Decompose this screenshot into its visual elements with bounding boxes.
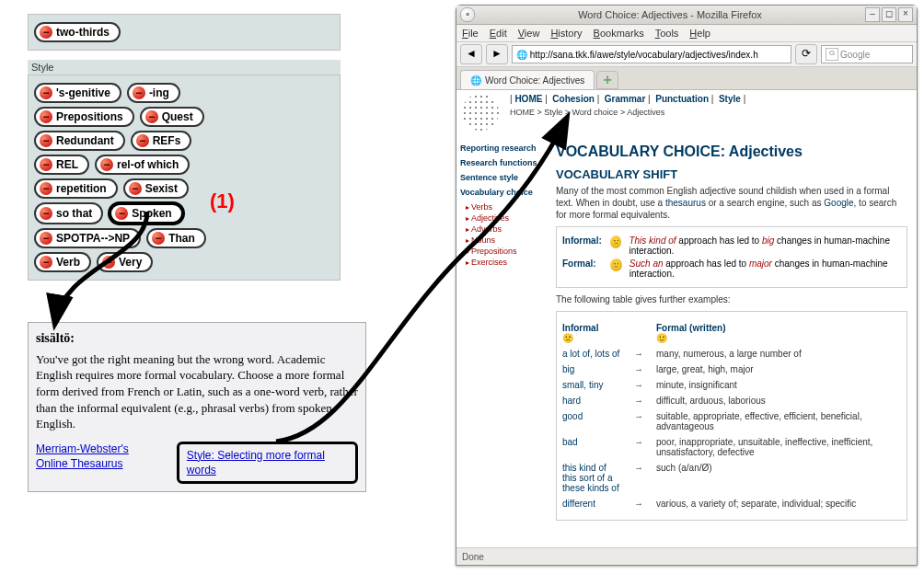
page-content: | HOME | Cohesion | Grammar | Punctuatio… — [456, 90, 917, 547]
informal-label: Informal: — [562, 235, 603, 246]
url-bar[interactable]: 🌐 http://sana.tkk.fi/awe/style/vocabular… — [512, 45, 791, 63]
menu-help[interactable]: Help — [689, 28, 710, 39]
globe-icon: 🌐 — [516, 50, 527, 60]
bc-style[interactable]: Style — [719, 94, 741, 104]
search-bar[interactable]: GGoogle — [821, 45, 913, 63]
menu-history[interactable]: History — [550, 28, 582, 39]
formal-label: Formal: — [562, 258, 603, 269]
frown-icon: 🙁 — [610, 235, 621, 248]
back-button[interactable]: ◄ — [460, 44, 482, 64]
pill-rel[interactable]: −REL — [34, 155, 89, 175]
bc-home[interactable]: HOME — [514, 94, 542, 104]
pill-label: Very — [119, 256, 142, 269]
pill-redundant[interactable]: −Redundant — [34, 131, 125, 151]
url-text: http://sana.tkk.fi/awe/style/vocabulary/… — [530, 50, 758, 60]
menu-tools[interactable]: Tools — [655, 28, 679, 39]
arrow-icon: → — [634, 437, 649, 447]
sisalto-box: sisältö: You've got the right meaning bu… — [28, 322, 366, 492]
google-inline-link[interactable]: Google — [824, 198, 853, 208]
tab-active[interactable]: 🌐 Word Choice: Adjectives — [460, 70, 595, 89]
tag-panel: −two-thirds Style −'s-genitive−-ing−Prep… — [28, 14, 341, 281]
bc-punctuation[interactable]: Punctuation — [655, 94, 709, 104]
pill-sexist[interactable]: −Sexist — [123, 178, 189, 199]
sidebar-sec-sentence-style[interactable]: Sentence style — [460, 173, 543, 182]
menu-bookmarks[interactable]: Bookmarks — [594, 28, 644, 39]
tbl-hdr-informal: Informal🙁 — [562, 323, 627, 343]
arrow-icon: → — [634, 411, 649, 421]
sidebar-sec-vocabulary-choice[interactable]: Vocabulary choice — [460, 188, 543, 197]
main-content: VOCABULARY CHOICE: Adjectives VOCABULARY… — [547, 134, 917, 547]
tbl-informal: bad — [562, 437, 627, 447]
toolbar: ◄ ► 🌐 http://sana.tkk.fi/awe/style/vocab… — [456, 42, 917, 67]
sidebar-sec-reporting-research[interactable]: Reporting research — [460, 144, 543, 153]
close-button[interactable]: × — [898, 7, 913, 22]
app-menu-button[interactable]: ∘ — [460, 7, 475, 22]
pill-quest[interactable]: −Quest — [140, 107, 204, 127]
menu-file[interactable]: File — [462, 28, 479, 39]
pill-very[interactable]: −Very — [97, 252, 153, 272]
tbl-hdr-formal: Formal (written)🙂 — [656, 323, 901, 343]
minus-icon: − — [40, 182, 52, 195]
pill-label: Than — [168, 232, 195, 245]
minus-icon: − — [115, 207, 128, 220]
thesaurus-link[interactable]: Merriam-Webster's Online Thesaurus — [36, 442, 149, 484]
thesaurus-inline-link[interactable]: thesaurus — [665, 198, 706, 208]
pill--ing[interactable]: −-ing — [127, 83, 180, 103]
minus-icon: − — [102, 256, 115, 269]
style-header: Style — [28, 60, 341, 75]
page-icon: 🌐 — [470, 75, 481, 86]
sub-breadcrumb: HOME > Style > Word choice > Adjectives — [504, 108, 917, 122]
style-pill-group: −'s-genitive−-ing−Prepositions−Quest−Red… — [28, 75, 341, 281]
browser-window: ∘ Word Choice: Adjectives - Mozilla Fire… — [456, 5, 918, 566]
pill-label: REL — [56, 158, 78, 171]
maximize-button[interactable]: ◻ — [882, 7, 896, 22]
sidebar-item-prepositions[interactable]: Prepositions — [466, 247, 543, 256]
tbl-informal: different — [562, 499, 627, 509]
search-placeholder: Google — [840, 50, 870, 60]
sidebar-sec-research-functions[interactable]: Research functions — [460, 158, 543, 167]
minimize-button[interactable]: – — [865, 7, 880, 22]
minus-icon: − — [152, 232, 165, 245]
pill--s-genitive[interactable]: −'s-genitive — [34, 83, 121, 103]
pill-refs[interactable]: −REFs — [131, 131, 192, 151]
sidebar-item-verbs[interactable]: Verbs — [466, 202, 543, 212]
pill-two-thirds[interactable]: −two-thirds — [34, 22, 121, 42]
sidebar-item-exercises[interactable]: Exercises — [466, 258, 543, 267]
sidebar-item-adjectives[interactable]: Adjectives — [466, 213, 543, 223]
pill-spotpa-np[interactable]: −SPOTPA-->NP — [34, 228, 141, 248]
new-tab-button[interactable]: + — [596, 71, 618, 89]
pill-label: rel-of which — [117, 158, 179, 171]
sidebar-item-nouns[interactable]: Nouns — [466, 235, 543, 245]
menu-view[interactable]: View — [518, 28, 540, 39]
tbl-informal: good — [562, 411, 627, 421]
style-link[interactable]: Style: Selecting more formal words — [187, 449, 325, 476]
pill-label: -ing — [149, 86, 169, 99]
minus-icon: − — [40, 110, 52, 123]
pill-prepositions[interactable]: −Prepositions — [34, 107, 134, 127]
reload-button[interactable]: ⟳ — [795, 44, 817, 64]
site-logo — [462, 94, 499, 131]
bc-cohesion[interactable]: Cohesion — [552, 94, 595, 104]
forward-button[interactable]: ► — [486, 44, 508, 64]
pill-verb[interactable]: −Verb — [34, 252, 91, 272]
pill-label: Sexist — [145, 182, 178, 195]
pill-so-that[interactable]: −so that — [34, 202, 103, 224]
pill-rel-of-which[interactable]: −rel-of which — [95, 155, 190, 175]
minus-icon: − — [129, 182, 142, 195]
page-h2: VOCABULARY SHIFT — [556, 167, 907, 181]
pill-repetition[interactable]: −repetition — [34, 178, 118, 199]
pill-spoken[interactable]: −Spoken — [109, 202, 183, 224]
minus-icon: − — [40, 134, 52, 147]
pill-than[interactable]: −Than — [146, 228, 206, 248]
pill-label: Redundant — [56, 134, 114, 147]
table-intro: The following table gives further exampl… — [556, 293, 907, 305]
tbl-formal: large, great, high, major — [656, 364, 901, 374]
minus-icon: − — [40, 26, 52, 39]
table-row: good→suitable, appropriate, effective, e… — [562, 411, 901, 431]
menu-edit[interactable]: Edit — [490, 28, 507, 39]
tbl-informal: a lot of, lots of — [562, 349, 627, 359]
sidebar-item-adverbs[interactable]: Adverbs — [466, 224, 543, 234]
bc-grammar[interactable]: Grammar — [605, 94, 645, 104]
tab-strip: 🌐 Word Choice: Adjectives + — [456, 67, 917, 90]
pill-label: so that — [56, 207, 92, 220]
